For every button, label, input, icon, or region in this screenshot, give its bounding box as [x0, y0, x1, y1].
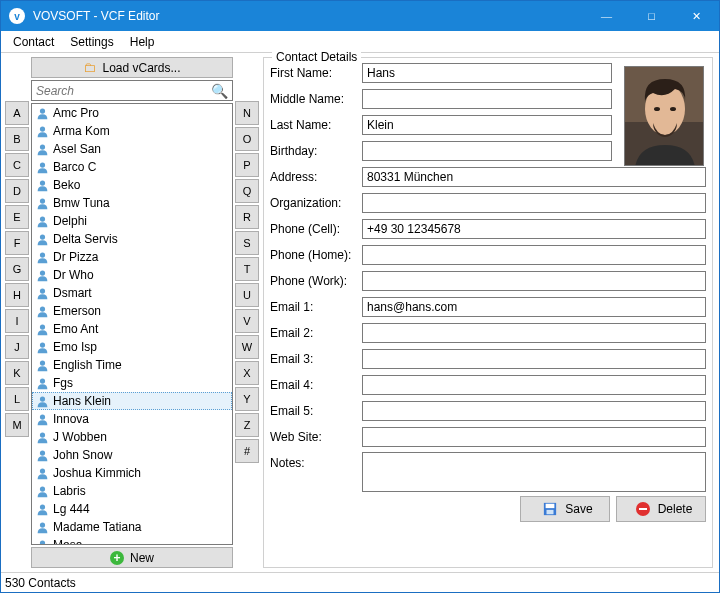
alpha-btn-r[interactable]: R: [235, 205, 259, 229]
input-first-name[interactable]: [362, 63, 612, 83]
label-first-name: First Name:: [270, 66, 358, 80]
close-button[interactable]: ✕: [674, 1, 719, 31]
list-item[interactable]: John Snow: [32, 446, 232, 464]
input-birthday[interactable]: [362, 141, 612, 161]
input-email5[interactable]: [362, 401, 706, 421]
alpha-btn-d[interactable]: D: [5, 179, 29, 203]
alpha-btn-f[interactable]: F: [5, 231, 29, 255]
input-last-name[interactable]: [362, 115, 612, 135]
list-item[interactable]: Delphi: [32, 212, 232, 230]
list-item[interactable]: Joshua Kimmich: [32, 464, 232, 482]
list-item[interactable]: Fgs: [32, 374, 232, 392]
input-phone-cell[interactable]: [362, 219, 706, 239]
alpha-btn-t[interactable]: T: [235, 257, 259, 281]
alpha-btn-n[interactable]: N: [235, 101, 259, 125]
contact-photo[interactable]: [624, 66, 704, 166]
list-item[interactable]: Emo Isp: [32, 338, 232, 356]
alpha-btn-w[interactable]: W: [235, 335, 259, 359]
input-email3[interactable]: [362, 349, 706, 369]
list-item[interactable]: Innova: [32, 410, 232, 428]
save-button[interactable]: Save: [520, 496, 610, 522]
alpha-btn-i[interactable]: I: [5, 309, 29, 333]
input-email4[interactable]: [362, 375, 706, 395]
input-address[interactable]: [362, 167, 706, 187]
alpha-btn-u[interactable]: U: [235, 283, 259, 307]
search-icon[interactable]: 🔍: [207, 83, 232, 99]
alpha-btn-l[interactable]: L: [5, 387, 29, 411]
minimize-button[interactable]: —: [584, 1, 629, 31]
alpha-btn-y[interactable]: Y: [235, 387, 259, 411]
alpha-btn-v[interactable]: V: [235, 309, 259, 333]
list-item[interactable]: Beko: [32, 176, 232, 194]
menu-settings[interactable]: Settings: [62, 33, 121, 51]
delete-label: Delete: [658, 502, 693, 516]
list-item-label: John Snow: [53, 448, 112, 462]
list-item-label: Labris: [53, 484, 86, 498]
list-item[interactable]: Madame Tatiana: [32, 518, 232, 536]
alpha-btn-k[interactable]: K: [5, 361, 29, 385]
list-item[interactable]: English Time: [32, 356, 232, 374]
list-item[interactable]: Emo Ant: [32, 320, 232, 338]
new-button[interactable]: + New: [31, 547, 233, 568]
contact-list[interactable]: Amc ProArma KomAsel SanBarco CBekoBmw Tu…: [31, 103, 233, 545]
person-icon: [36, 431, 49, 444]
load-vcards-button[interactable]: 🗀 Load vCards...: [31, 57, 233, 78]
list-item[interactable]: J Wobben: [32, 428, 232, 446]
delete-button[interactable]: Delete: [616, 496, 706, 522]
alpha-btn-a[interactable]: A: [5, 101, 29, 125]
list-item[interactable]: Mesa: [32, 536, 232, 545]
menu-contact[interactable]: Contact: [5, 33, 62, 51]
app-icon: v: [9, 8, 25, 24]
alpha-btn-j[interactable]: J: [5, 335, 29, 359]
input-notes[interactable]: [362, 452, 706, 492]
list-item[interactable]: Dr Who: [32, 266, 232, 284]
alpha-btn-p[interactable]: P: [235, 153, 259, 177]
list-item[interactable]: Dsmart: [32, 284, 232, 302]
maximize-button[interactable]: □: [629, 1, 674, 31]
input-phone-home[interactable]: [362, 245, 706, 265]
list-item-label: Emo Isp: [53, 340, 97, 354]
alpha-btn-s[interactable]: S: [235, 231, 259, 255]
alpha-btn-e[interactable]: E: [5, 205, 29, 229]
alpha-btn-m[interactable]: M: [5, 413, 29, 437]
details-legend: Contact Details: [272, 50, 361, 64]
list-item[interactable]: Bmw Tuna: [32, 194, 232, 212]
menu-help[interactable]: Help: [122, 33, 163, 51]
list-item[interactable]: Hans Klein: [32, 392, 232, 410]
list-item[interactable]: Arma Kom: [32, 122, 232, 140]
input-email2[interactable]: [362, 323, 706, 343]
label-notes: Notes:: [270, 452, 358, 470]
list-item[interactable]: Lg 444: [32, 500, 232, 518]
action-row: Save Delete: [270, 496, 706, 522]
alpha-btn-g[interactable]: G: [5, 257, 29, 281]
alpha-btn-#[interactable]: #: [235, 439, 259, 463]
alpha-btn-b[interactable]: B: [5, 127, 29, 151]
person-icon: [36, 287, 49, 300]
alpha-btn-x[interactable]: X: [235, 361, 259, 385]
input-phone-work[interactable]: [362, 271, 706, 291]
label-website: Web Site:: [270, 430, 358, 444]
person-icon: [36, 233, 49, 246]
svg-point-2: [40, 144, 45, 149]
label-middle-name: Middle Name:: [270, 92, 358, 106]
input-middle-name[interactable]: [362, 89, 612, 109]
alpha-btn-c[interactable]: C: [5, 153, 29, 177]
list-item[interactable]: Amc Pro: [32, 104, 232, 122]
input-organization[interactable]: [362, 193, 706, 213]
alpha-btn-q[interactable]: Q: [235, 179, 259, 203]
list-item[interactable]: Delta Servis: [32, 230, 232, 248]
search-input[interactable]: [32, 84, 207, 98]
alpha-btn-z[interactable]: Z: [235, 413, 259, 437]
alpha-btn-o[interactable]: O: [235, 127, 259, 151]
person-icon: [36, 413, 49, 426]
alpha-index-left: ABCDEFGHIJKLM: [5, 57, 29, 568]
svg-point-12: [40, 324, 45, 329]
list-item[interactable]: Dr Pizza: [32, 248, 232, 266]
list-item[interactable]: Emerson: [32, 302, 232, 320]
input-website[interactable]: [362, 427, 706, 447]
list-item[interactable]: Labris: [32, 482, 232, 500]
alpha-btn-h[interactable]: H: [5, 283, 29, 307]
input-email1[interactable]: [362, 297, 706, 317]
list-item[interactable]: Barco C: [32, 158, 232, 176]
list-item[interactable]: Asel San: [32, 140, 232, 158]
